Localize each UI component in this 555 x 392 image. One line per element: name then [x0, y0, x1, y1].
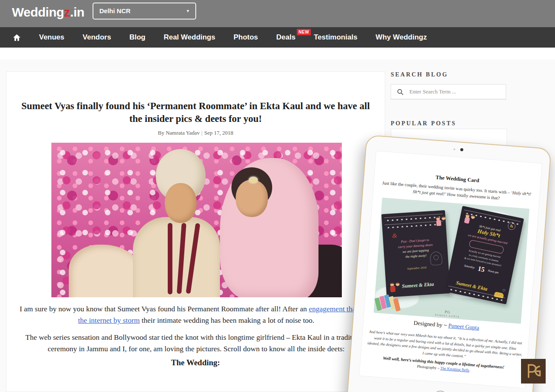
photo-bride-tikka-shape	[249, 177, 258, 183]
ampersand-monogram: &	[392, 232, 397, 240]
section-heading-the-wedding: The Wedding:	[6, 358, 385, 367]
chevron-down-icon: ▼	[186, 3, 190, 19]
article-card: Sumeet Vyas finally found his ‘Permanent…	[6, 71, 385, 392]
nav-item-blog[interactable]: Blog	[130, 33, 146, 42]
byline-date: Sep 17, 2018	[204, 130, 233, 136]
popular-posts-heading: POPULAR POSTS	[391, 120, 456, 127]
wedding-invite-image: & Psst - Don’t forget to carry your danc…	[374, 198, 530, 324]
photo-bride-face-shape	[236, 180, 268, 217]
designed-by-label: Designed by ~	[413, 320, 448, 329]
tablet-mockup: The Wedding Card Just like the couple, t…	[346, 135, 552, 392]
article-paragraph-2: The web series sensation and Bollywood s…	[17, 332, 376, 355]
nav-item-real-weddings[interactable]: Real Weddings	[163, 33, 215, 42]
string-lights	[384, 214, 443, 222]
site-logo[interactable]: Weddingz.in	[12, 5, 85, 20]
invite-card-left: & Psst - Don’t forget to carry your danc…	[381, 210, 450, 297]
sensor-dot	[454, 148, 455, 150]
nav-item-testimonials[interactable]: Testimonials	[314, 33, 358, 42]
tablet-home-button	[433, 390, 448, 392]
pg-monogram-icon	[522, 360, 544, 382]
search-input[interactable]	[409, 88, 495, 96]
photography-label: Photography –	[417, 364, 440, 370]
nav-item-deals[interactable]: DealsNEW	[276, 33, 296, 42]
blog-search-box[interactable]	[391, 84, 506, 99]
city-selector-dropdown[interactable]: Delhi NCR ▼	[93, 3, 196, 20]
article-paragraph-1: I am sure by now you know that Sumeet Vy…	[17, 303, 376, 326]
logo-accent: z	[64, 5, 70, 19]
photo-groom-face-shape	[165, 183, 197, 223]
camera-icon	[460, 148, 464, 152]
gramophone-sketch	[430, 251, 442, 266]
nav-item-why-weddingz[interactable]: Why Weddingz	[376, 33, 427, 42]
invite-card-right: & Sh*t just got real Holy Sh*t we are ac…	[445, 206, 524, 305]
search-blog-heading: SEARCH BLOG	[391, 71, 506, 78]
nav-item-vendors[interactable]: Vendors	[83, 33, 111, 42]
site-header: Weddingz.in Delhi NCR ▼	[0, 0, 555, 27]
byline-separator: |	[200, 130, 204, 136]
knotting-bells-link: The Knotting Bells	[440, 366, 470, 372]
nav-item-home[interactable]	[13, 34, 21, 41]
photo-bead-strand	[168, 223, 172, 294]
paragraph-text: I am sure by now you know that Sumeet Vy…	[20, 305, 309, 313]
invite-left-names: Sumeet & Ekta	[386, 280, 450, 291]
string-lights	[385, 221, 443, 229]
pg-watermark	[521, 359, 546, 384]
search-icon	[397, 89, 403, 95]
tablet-screen: The Wedding Card Just like the couple, t…	[359, 151, 542, 389]
new-badge: NEW	[297, 29, 311, 35]
paragraph-text: their intimate wedding has been making a…	[140, 316, 314, 324]
puneet-gupta-link: Puneet Gupta	[448, 322, 479, 331]
blog-sidebar: SEARCH BLOG POPULAR POSTS	[391, 71, 506, 78]
logo-suffix: .in	[70, 5, 85, 19]
logo-text: Wedding	[12, 5, 64, 19]
invite-left-date: September 2018	[385, 265, 448, 272]
home-icon	[13, 34, 21, 41]
main-navigation: Venues Vendors Blog Real Weddings Photos…	[0, 27, 555, 48]
nav-item-venues[interactable]: Venues	[39, 33, 65, 42]
byline: By Namrata Yadav|Sep 17, 2018	[6, 130, 385, 136]
byline-author[interactable]: By Namrata Yadav	[158, 130, 200, 136]
nav-item-deals-label: Deals	[276, 33, 296, 41]
city-selector-value: Delhi NCR	[99, 7, 130, 14]
page-title: Sumeet Vyas finally found his ‘Permanent…	[15, 100, 376, 126]
nav-item-photos[interactable]: Photos	[234, 33, 258, 42]
photo-groom-shape	[133, 217, 220, 297]
wedding-photo	[51, 143, 342, 297]
